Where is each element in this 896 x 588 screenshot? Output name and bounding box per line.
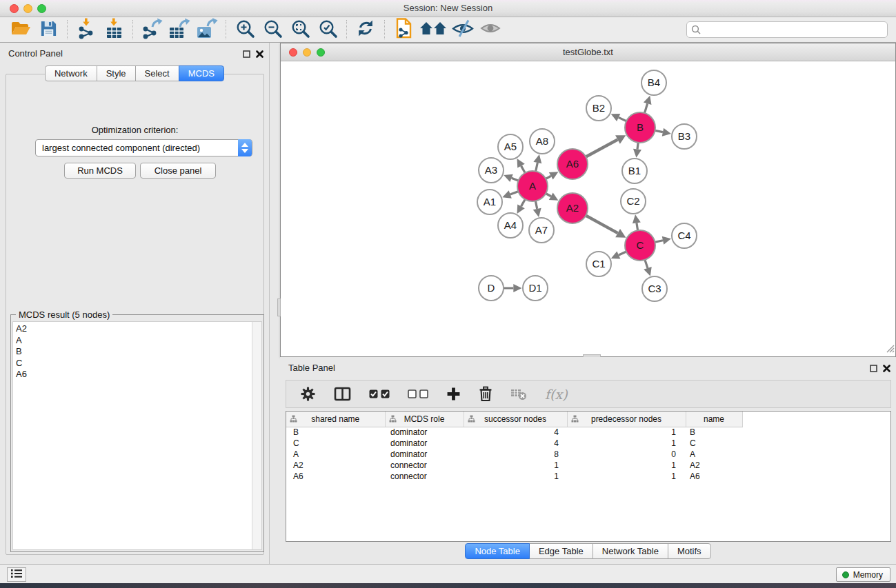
graph-node-A6[interactable]: A6 — [557, 149, 588, 179]
column-header-successor-nodes[interactable]: successor nodes — [464, 412, 567, 427]
column-header-name[interactable]: name — [686, 412, 742, 427]
table-cell[interactable]: 1 — [567, 438, 686, 449]
table-cell[interactable]: dominator — [385, 449, 464, 460]
export-image-button[interactable] — [193, 19, 221, 41]
table-cell[interactable]: 8 — [464, 449, 567, 460]
graph-node-B1[interactable]: B1 — [622, 159, 647, 183]
table-cell[interactable]: 1 — [464, 460, 567, 471]
close-panel-button[interactable]: Close panel — [140, 163, 216, 179]
float-panel-icon[interactable] — [870, 363, 877, 375]
format-column-button[interactable] — [334, 387, 351, 401]
column-header-shared-name[interactable]: shared name — [286, 412, 385, 427]
table-settings-button[interactable] — [300, 386, 316, 402]
table-cell[interactable]: 1 — [567, 427, 686, 438]
select-all-checkboxes-button[interactable] — [369, 389, 390, 398]
graph-node-B2[interactable]: B2 — [586, 96, 611, 121]
table-row[interactable]: A6connector11A6 — [286, 471, 890, 482]
graph-node-A4[interactable]: A4 — [498, 213, 523, 238]
optimization-criterion-select[interactable]: largest connected component (directed) — [35, 139, 252, 156]
export-table-button[interactable] — [166, 19, 193, 41]
import-table-button[interactable] — [100, 19, 128, 41]
table-cell[interactable]: A6 — [686, 471, 742, 482]
graph-node-A8[interactable]: A8 — [530, 129, 555, 154]
graph-node-A2[interactable]: A2 — [557, 193, 588, 223]
zoom-out-button[interactable] — [259, 19, 286, 41]
graph-node-A7[interactable]: A7 — [529, 218, 554, 243]
graph-node-C3[interactable]: C3 — [642, 276, 667, 301]
close-panel-icon[interactable] — [256, 48, 263, 61]
table-cell[interactable]: C — [686, 438, 742, 449]
table-cell[interactable]: 4 — [464, 438, 567, 449]
open-file-button[interactable] — [7, 19, 34, 41]
table-cell[interactable]: connector — [385, 471, 464, 482]
tab-motifs[interactable]: Motifs — [668, 543, 711, 559]
network-from-file-button[interactable] — [390, 19, 417, 41]
column-header-predecessor-nodes[interactable]: predecessor nodes — [567, 412, 686, 427]
tab-mcds[interactable]: MCDS — [179, 65, 224, 81]
table-row[interactable]: A2connector11A2 — [286, 460, 890, 471]
table-cell[interactable]: B — [686, 427, 742, 438]
home-layout-button[interactable] — [417, 19, 449, 41]
table-cell[interactable]: C — [286, 438, 385, 449]
tab-network[interactable]: Network — [45, 65, 97, 81]
float-panel-icon[interactable] — [243, 48, 250, 61]
hide-graphics-details-button[interactable] — [449, 19, 477, 41]
export-network-button[interactable] — [138, 19, 166, 41]
table-cell[interactable]: dominator — [385, 438, 464, 449]
result-item[interactable]: C — [16, 358, 250, 369]
show-graphics-details-button[interactable] — [477, 19, 504, 41]
close-panel-icon[interactable] — [883, 363, 890, 375]
table-cell[interactable]: A2 — [286, 460, 385, 471]
tab-node-table[interactable]: Node Table — [465, 543, 530, 559]
graph-node-A5[interactable]: A5 — [498, 134, 523, 159]
result-scrollbar[interactable] — [252, 322, 261, 549]
table-row[interactable]: Cdominator41C — [286, 438, 890, 449]
refresh-view-button[interactable] — [352, 19, 379, 41]
zoom-in-button[interactable] — [231, 19, 259, 41]
table-cell[interactable]: dominator — [385, 427, 464, 438]
graph-node-C1[interactable]: C1 — [586, 252, 611, 276]
add-column-button[interactable] — [446, 387, 461, 401]
table-row[interactable]: Bdominator41B — [286, 427, 890, 438]
graph-node-A1[interactable]: A1 — [477, 190, 502, 214]
run-mcds-button[interactable]: Run MCDS — [64, 163, 136, 179]
graph-node-A3[interactable]: A3 — [479, 158, 504, 183]
search-input[interactable] — [686, 21, 888, 38]
table-cell[interactable]: connector — [385, 460, 464, 471]
graph-node-B4[interactable]: B4 — [641, 70, 666, 95]
memory-button[interactable]: Memory — [836, 567, 890, 582]
graph-node-C[interactable]: C — [625, 230, 655, 261]
result-item[interactable]: A — [16, 335, 250, 347]
tab-network-table[interactable]: Network Table — [593, 543, 668, 559]
network-canvas[interactable]: B4B2BB3A8A5A6A3B1AA1C2A2A4A7C4CC1C3DD1 — [281, 61, 895, 356]
table-cell[interactable]: A6 — [286, 471, 385, 482]
column-header-MCDS-role[interactable]: MCDS role — [385, 412, 464, 427]
delete-table-button[interactable] — [510, 387, 527, 401]
table-cell[interactable]: 1 — [464, 471, 567, 482]
graph-node-D1[interactable]: D1 — [523, 276, 548, 301]
tab-style[interactable]: Style — [97, 65, 136, 81]
function-builder-button[interactable]: f(x) — [545, 387, 568, 402]
graph-node-B3[interactable]: B3 — [672, 124, 697, 149]
resize-grip-icon[interactable] — [886, 343, 895, 356]
panel-divider-grip[interactable] — [277, 298, 281, 316]
save-session-button[interactable] — [34, 19, 62, 41]
table-cell[interactable]: A — [286, 449, 385, 460]
table-cell[interactable]: 0 — [567, 449, 686, 460]
result-item[interactable]: A6 — [16, 369, 250, 381]
graph-node-D[interactable]: D — [479, 276, 504, 301]
graph-node-A[interactable]: A — [517, 171, 548, 201]
result-item[interactable]: B — [16, 346, 250, 358]
tab-edge-table[interactable]: Edge Table — [529, 543, 593, 559]
show-panels-button[interactable] — [7, 567, 26, 582]
zoom-fit-button[interactable] — [286, 19, 314, 41]
graph-node-B[interactable]: B — [625, 112, 655, 143]
tab-select[interactable]: Select — [135, 65, 179, 81]
table-cell[interactable]: 1 — [567, 460, 686, 471]
table-row[interactable]: Adominator80A — [286, 449, 890, 460]
deselect-all-checkboxes-button[interactable] — [408, 389, 428, 398]
table-cell[interactable]: 1 — [567, 471, 686, 482]
graph-node-C2[interactable]: C2 — [621, 189, 646, 214]
table-cell[interactable]: 4 — [464, 427, 567, 438]
table-cell[interactable]: B — [286, 427, 385, 438]
